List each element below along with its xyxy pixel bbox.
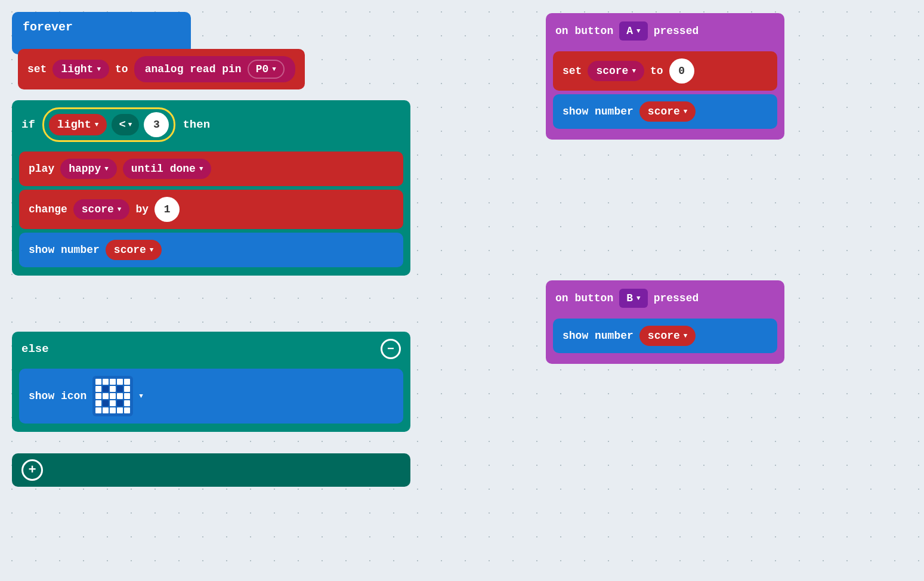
if-inner-blocks: play happy ▼ until done ▼ change score ▼…: [19, 152, 403, 267]
on-button-a-header: on button A ▼ pressed: [546, 13, 784, 49]
set-label: set: [27, 63, 47, 75]
show-number-inner-block: show number score ▼: [19, 233, 403, 267]
condition-highlight: light ▼ < ▼ 3: [42, 107, 176, 142]
button-b-dropdown[interactable]: B ▼: [619, 289, 647, 308]
light-variable-pill[interactable]: light ▼: [52, 60, 109, 79]
add-else-row: +: [12, 453, 410, 487]
forever-block: forever: [12, 12, 191, 54]
score-b-show-pill[interactable]: score ▼: [639, 326, 696, 346]
show-number-inner-label: show number: [29, 244, 100, 256]
icon-dropdown-arrow[interactable]: ▼: [139, 393, 143, 400]
analog-read-pin-pill[interactable]: analog read pin P0 ▼: [134, 56, 295, 82]
score-change-pill[interactable]: score ▼: [73, 199, 130, 220]
show-number-a-block: show number score ▼: [553, 94, 777, 129]
forever-label: forever: [12, 12, 191, 42]
show-number-a-label: show number: [563, 106, 633, 118]
to-a-label: to: [650, 65, 663, 77]
set-score-block: set score ▼ to 0: [553, 51, 777, 91]
set-light-block: set light ▼ to analog read pin P0 ▼: [18, 49, 305, 89]
on-b-label: on button: [555, 292, 613, 304]
button-a-dropdown[interactable]: A ▼: [619, 21, 647, 41]
add-else-button[interactable]: +: [21, 459, 43, 481]
show-number-b-label: show number: [563, 330, 633, 342]
condition-value: 3: [144, 112, 169, 137]
else-inner-blocks: show icon: [19, 369, 403, 424]
pixel-grid-icon[interactable]: [92, 376, 133, 416]
score-a-value: 0: [669, 58, 694, 84]
else-header: else −: [12, 332, 410, 366]
light-condition-pill[interactable]: light ▼: [49, 114, 107, 135]
change-label: change: [29, 203, 67, 215]
set-score-label: set: [563, 65, 582, 77]
if-label: if: [21, 118, 35, 131]
to-label: to: [115, 63, 128, 75]
on-a-label: on button: [555, 25, 613, 37]
show-icon-block: show icon: [19, 369, 403, 424]
operator-pill[interactable]: < ▼: [112, 114, 139, 135]
score-a-show-pill[interactable]: score ▼: [639, 101, 696, 122]
pin-dropdown-arrow: ▼: [272, 66, 276, 73]
play-block: play happy ▼ until done ▼: [19, 152, 403, 186]
minus-circle-button[interactable]: −: [381, 339, 401, 359]
until-done-pill[interactable]: until done ▼: [123, 159, 212, 179]
change-value: 1: [154, 197, 180, 222]
on-button-b-block: on button B ▼ pressed show number score …: [546, 280, 784, 364]
on-button-b-header: on button B ▼ pressed: [546, 280, 784, 316]
on-button-a-inner: set score ▼ to 0 show number score ▼: [553, 51, 777, 129]
on-button-a-block: on button A ▼ pressed set score ▼ to 0 s…: [546, 13, 784, 140]
else-block: else − show icon: [12, 332, 410, 432]
change-score-block: change score ▼ by 1: [19, 190, 403, 229]
show-icon-label: show icon: [29, 390, 86, 402]
pin-dropdown[interactable]: P0 ▼: [248, 60, 285, 79]
else-label: else: [21, 342, 49, 356]
play-label: play: [29, 163, 54, 175]
then-label: then: [183, 118, 210, 131]
by-label: by: [135, 203, 149, 215]
on-button-b-inner: show number score ▼: [553, 319, 777, 353]
light-dropdown-arrow: ▼: [97, 66, 101, 73]
score-show-pill[interactable]: score ▼: [106, 240, 162, 260]
workspace: forever set light ▼ to analog read pin P…: [0, 0, 924, 581]
if-header: if light ▼ < ▼ 3 then: [12, 100, 410, 149]
melody-pill[interactable]: happy ▼: [60, 159, 117, 179]
b-pressed-label: pressed: [654, 292, 699, 304]
a-pressed-label: pressed: [654, 25, 699, 37]
score-a-pill[interactable]: score ▼: [588, 61, 644, 81]
if-then-block: if light ▼ < ▼ 3 then play happy: [12, 100, 410, 276]
show-number-b-block: show number score ▼: [553, 319, 777, 353]
